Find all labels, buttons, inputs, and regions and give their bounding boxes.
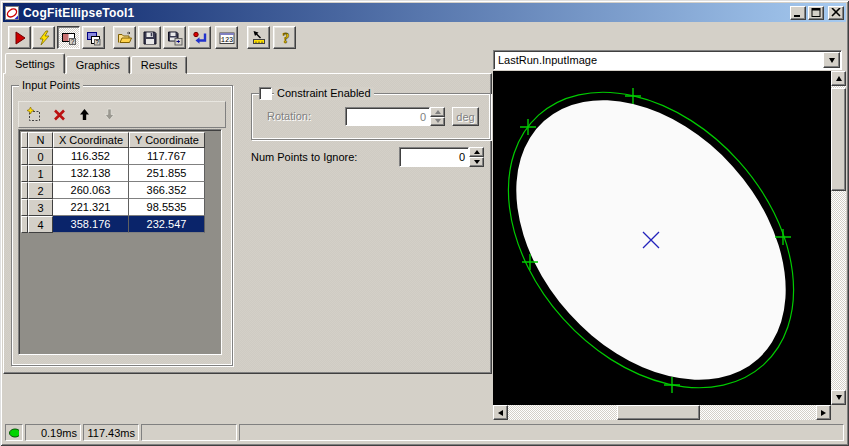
input-points-table[interactable]: N X Coordinate Y Coordinate 0116.352117.…: [18, 129, 222, 355]
table-row[interactable]: 3221.32198.5535: [21, 199, 221, 216]
table-row[interactable]: 0116.352117.767: [21, 148, 221, 165]
cell-x[interactable]: 221.321: [53, 199, 129, 216]
tab-settings-label: Settings: [15, 58, 55, 70]
num-points-spin-down[interactable]: [469, 157, 484, 167]
vertical-scrollbar[interactable]: [831, 71, 846, 405]
record-selector-value: LastRun.InputImage: [494, 54, 823, 66]
tool-edit-window: CogFitEllipseTool1 ?: [0, 0, 849, 446]
move-point-down-button[interactable]: [97, 103, 122, 126]
num-points-spin-up[interactable]: [469, 147, 484, 157]
cell-x[interactable]: 260.063: [53, 182, 129, 199]
execution-time-panel: 0.19ms: [25, 424, 81, 441]
minimize-button[interactable]: [790, 6, 806, 20]
cell-y[interactable]: 366.352: [129, 182, 205, 199]
horizontal-scrollbar[interactable]: [493, 405, 831, 420]
image-display[interactable]: [493, 71, 831, 405]
save-tool-as-button[interactable]: [163, 26, 186, 49]
scroll-up-button[interactable]: [831, 71, 846, 86]
num-points-to-ignore-input[interactable]: 0: [399, 147, 469, 167]
cell-y[interactable]: 117.767: [129, 148, 205, 165]
ellipse-fit-overlay: [493, 71, 831, 405]
run-tool-button[interactable]: [8, 26, 31, 49]
column-header-x[interactable]: X Coordinate: [53, 132, 129, 148]
cell-x[interactable]: 116.352: [53, 148, 129, 165]
cell-n[interactable]: 4: [28, 216, 53, 233]
svg-text:?: ?: [282, 31, 289, 46]
cell-y[interactable]: 251.855: [129, 165, 205, 182]
cell-x[interactable]: 132.138: [53, 165, 129, 182]
close-button[interactable]: [828, 6, 844, 20]
combo-dropdown-button[interactable]: [823, 52, 840, 68]
cell-n[interactable]: 2: [28, 182, 53, 199]
svg-text:?: ?: [70, 37, 74, 44]
record-selector-combo[interactable]: LastRun.InputImage: [493, 50, 842, 70]
open-folder-icon: [117, 30, 133, 46]
vertical-scroll-thumb[interactable]: [831, 88, 846, 191]
cell-n[interactable]: 1: [28, 165, 53, 182]
table-row[interactable]: 4358.176232.547: [21, 216, 221, 233]
image-pane-icon: ?: [61, 30, 77, 46]
table-row[interactable]: 2260.063366.352: [21, 182, 221, 199]
show-numeric-results-button[interactable]: 123: [215, 26, 238, 49]
maximize-button[interactable]: [808, 6, 824, 20]
status-panel-3: [141, 424, 237, 441]
run-icon: [12, 30, 28, 46]
constraint-enabled-checkbox[interactable]: [259, 87, 272, 100]
coordinate-measure-button[interactable]: [247, 26, 270, 49]
scroll-left-icon: [498, 410, 503, 416]
floppy-save-as-icon: [167, 30, 183, 46]
column-header-n[interactable]: N: [28, 132, 53, 148]
row-selector-header: [21, 132, 28, 148]
electric-run-button[interactable]: [32, 26, 55, 49]
move-up-icon: [76, 106, 93, 123]
tab-settings[interactable]: Settings: [5, 53, 65, 74]
reset-icon: [192, 30, 208, 46]
cell-n[interactable]: 3: [28, 199, 53, 216]
main-toolbar: ? ?: [3, 24, 846, 52]
scroll-right-button[interactable]: [816, 405, 831, 420]
add-point-button[interactable]: [22, 103, 47, 126]
cell-n[interactable]: 0: [28, 148, 53, 165]
help-button[interactable]: ?: [273, 26, 296, 49]
input-points-group-label: Input Points: [19, 79, 83, 92]
horizontal-scroll-thumb[interactable]: [617, 405, 700, 420]
window-title: CogFitEllipseTool1: [23, 6, 788, 20]
scroll-down-button[interactable]: [831, 390, 846, 405]
row-selector-cell[interactable]: [21, 148, 28, 165]
row-selector-cell[interactable]: [21, 216, 28, 233]
table-row[interactable]: 1132.138251.855: [21, 165, 221, 182]
reset-tool-button[interactable]: [188, 26, 211, 49]
row-selector-cell[interactable]: [21, 182, 28, 199]
save-tool-button[interactable]: [138, 26, 161, 49]
delete-point-button[interactable]: [47, 103, 72, 126]
floppy-icon: [142, 30, 158, 46]
show-image-pane-toggle-button[interactable]: ?: [57, 26, 80, 49]
scroll-left-button[interactable]: [493, 405, 508, 420]
title-bar: CogFitEllipseTool1: [3, 3, 846, 22]
cell-y[interactable]: 232.547: [129, 216, 205, 233]
row-selector-cell[interactable]: [21, 199, 28, 216]
image-display-region: [493, 71, 846, 420]
status-led-icon: [9, 428, 19, 438]
tab-graphics-label: Graphics: [76, 59, 120, 71]
chevron-down-icon: [829, 58, 835, 63]
float-image-pane-button[interactable]: ?: [82, 26, 105, 49]
open-tool-button[interactable]: [113, 26, 136, 49]
rotation-spin-up: [430, 107, 445, 117]
column-header-y[interactable]: Y Coordinate: [129, 132, 205, 148]
float-pane-icon: ?: [86, 30, 102, 46]
input-point-cross-marker[interactable]: [625, 88, 641, 104]
cell-x[interactable]: 358.176: [53, 216, 129, 233]
add-point-icon: [26, 106, 43, 123]
tab-results-label: Results: [141, 59, 178, 71]
tab-results[interactable]: Results: [131, 56, 188, 74]
scrollbar-corner: [831, 405, 846, 420]
move-point-up-button[interactable]: [72, 103, 97, 126]
tab-graphics[interactable]: Graphics: [66, 56, 130, 74]
rotation-spinner: [430, 107, 445, 126]
input-point-cross-marker[interactable]: [664, 377, 680, 393]
cell-y[interactable]: 98.5535: [129, 199, 205, 216]
minimize-icon: [793, 8, 803, 17]
app-icon: [5, 6, 19, 20]
row-selector-cell[interactable]: [21, 165, 28, 182]
